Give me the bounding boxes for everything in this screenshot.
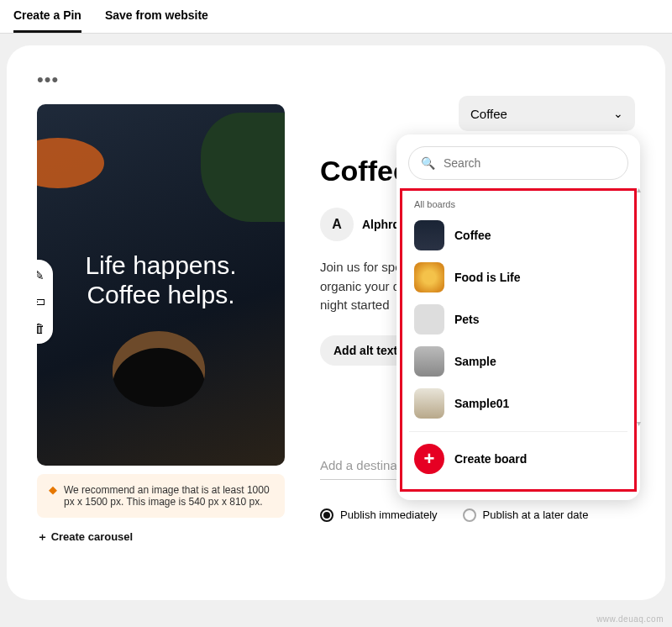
create-carousel-label: Create carousel <box>51 530 134 543</box>
board-thumb <box>414 262 444 292</box>
board-item-label: Sample <box>454 355 496 368</box>
board-thumb <box>414 346 444 377</box>
edit-icon[interactable]: ✎ <box>37 268 45 283</box>
board-item-sample[interactable]: Sample <box>409 340 627 382</box>
board-search[interactable]: 🔍 <box>408 146 628 180</box>
board-thumb <box>414 388 444 419</box>
board-item-label: Coffee <box>454 229 491 242</box>
board-dropdown: 🔍 All boards Coffee Food is Life <box>396 134 640 500</box>
chevron-down-icon: ⌄ <box>613 107 623 120</box>
board-list-highlight: All boards Coffee Food is Life Pets <box>400 188 637 492</box>
create-carousel-button[interactable]: ＋ Create carousel <box>37 530 285 545</box>
board-item-food[interactable]: Food is Life <box>409 256 627 298</box>
image-edit-toolbar: ✎ 🏷 🗑 <box>37 260 53 344</box>
trash-icon[interactable]: 🗑 <box>37 321 45 335</box>
board-select-value: Coffee <box>470 107 507 121</box>
pin-image-text-line1: Life happens. <box>37 251 285 281</box>
all-boards-label: All boards <box>409 196 627 214</box>
publish-immediately-label: Publish immediately <box>340 508 438 521</box>
pin-image-preview[interactable]: Life happens. Coffee helps. ✎ 🏷 🗑 <box>37 104 285 466</box>
tag-icon[interactable]: 🏷 <box>37 295 45 309</box>
image-size-warning: ◆ We recommend an image that is at least… <box>37 474 285 518</box>
tab-create-pin[interactable]: Create a Pin <box>13 8 81 33</box>
more-options-icon[interactable]: ••• <box>37 69 635 91</box>
create-board-button[interactable]: + Create board <box>409 439 627 479</box>
board-item-coffee[interactable]: Coffee <box>409 214 627 256</box>
radio-checked-icon <box>320 508 333 522</box>
pin-image-text-line2: Coffee helps. <box>37 281 285 310</box>
board-thumb <box>414 304 444 335</box>
publish-later-label: Publish at a later date <box>483 508 589 521</box>
board-item-label: Food is Life <box>454 271 521 284</box>
tab-save-from-website[interactable]: Save from website <box>105 8 208 33</box>
avatar[interactable]: A <box>320 208 354 241</box>
editor-card: ••• Life happens. Coffee helps. ✎ 🏷 🗑 ◆ … <box>7 45 665 600</box>
board-item-sample01[interactable]: Sample01 <box>409 382 627 424</box>
image-size-warning-text: We recommend an image that is at least 1… <box>64 484 273 508</box>
dropdown-scrollbar[interactable]: ▴▾ <box>637 185 643 428</box>
publish-options: Publish immediately Publish at a later d… <box>320 508 635 522</box>
board-item-label: Sample01 <box>454 397 509 410</box>
plus-icon: ＋ <box>37 530 48 543</box>
search-icon: 🔍 <box>421 156 435 170</box>
publish-later-option[interactable]: Publish at a later date <box>463 508 589 522</box>
radio-unchecked-icon <box>463 508 476 522</box>
board-search-input[interactable] <box>444 156 616 170</box>
pin-image-overlay-text: Life happens. Coffee helps. <box>37 251 285 309</box>
watermark: www.deuaq.com <box>596 614 664 624</box>
image-column: Life happens. Coffee helps. ✎ 🏷 🗑 ◆ We r… <box>37 104 285 545</box>
image-cup-decor <box>113 331 205 407</box>
board-select[interactable]: Coffee ⌄ <box>459 96 635 131</box>
warning-icon: ◆ <box>49 484 57 495</box>
publish-immediately-option[interactable]: Publish immediately <box>320 508 438 522</box>
create-board-label: Create board <box>454 452 527 466</box>
dropdown-divider <box>409 431 627 432</box>
top-tabs: Create a Pin Save from website <box>0 0 672 34</box>
details-column: Coffee ⌄ 🔍 All boards Coffee <box>320 104 635 545</box>
board-thumb <box>414 220 444 250</box>
board-item-pets[interactable]: Pets <box>409 298 627 340</box>
board-item-label: Pets <box>454 313 480 326</box>
plus-circle-icon: + <box>414 444 444 474</box>
